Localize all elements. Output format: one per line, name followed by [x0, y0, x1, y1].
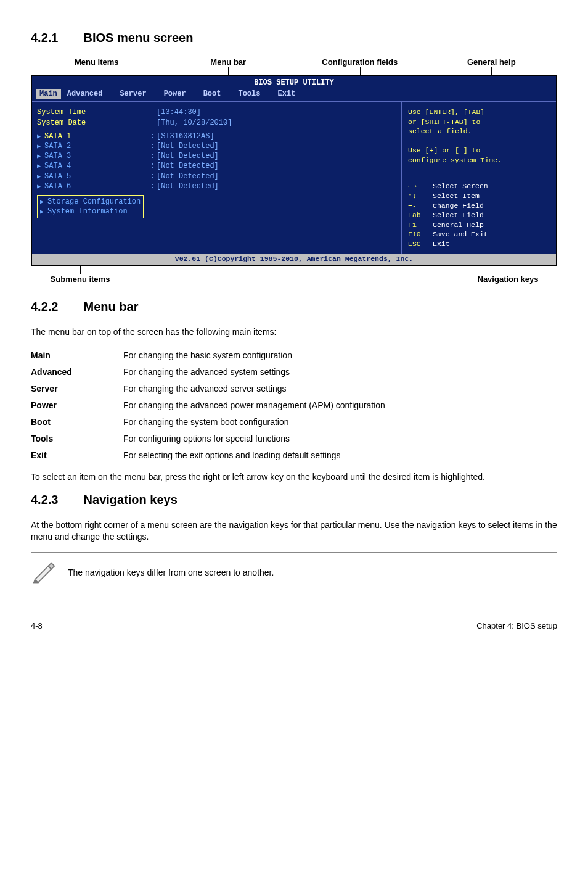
menu-description-table: MainFor changing the basic system config… — [31, 347, 557, 463]
section-number: 4.2.3 — [31, 493, 80, 507]
submenu-storage: Storage Configuration — [40, 197, 141, 207]
note-text: The navigation keys differ from one scre… — [68, 567, 274, 577]
page-footer: 4-8 Chapter 4: BIOS setup — [31, 617, 557, 630]
field-system-time: System Time [13:44:30] — [37, 107, 397, 117]
bios-menu-tools: Tools — [238, 89, 271, 99]
table-row: PowerFor changing the advanced power man… — [31, 397, 557, 414]
bios-menu-power: Power — [164, 89, 197, 99]
field-sata4: SATA 4 : [Not Detected] — [37, 161, 397, 171]
help-keys: ←→Select Screen ↑↓Select Item +-Change F… — [408, 181, 550, 249]
section-number: 4.2.2 — [31, 300, 80, 314]
chapter-label: Chapter 4: BIOS setup — [476, 621, 557, 630]
bios-menu-bar: Main Advanced Server Power Boot Tools Ex… — [32, 89, 556, 101]
table-row: BootFor changing the system boot configu… — [31, 414, 557, 431]
field-sata1: SATA 1 : [ST3160812AS] — [37, 131, 397, 141]
field-sata3: SATA 3 : [Not Detected] — [37, 151, 397, 161]
section-title: Navigation keys — [84, 493, 178, 506]
table-row: ServerFor changing the advanced server s… — [31, 381, 557, 397]
table-row: MainFor changing the basic system config… — [31, 347, 557, 364]
menubar-intro: The menu bar on top of the screen has th… — [31, 326, 557, 338]
menubar-outro: To select an item on the menu bar, press… — [31, 471, 557, 483]
table-row: ToolsFor configuring options for special… — [31, 431, 557, 447]
label-general-help: General help — [426, 57, 558, 67]
bios-menu-boot: Boot — [203, 89, 232, 99]
section-heading-422: 4.2.2 Menu bar — [31, 300, 557, 314]
bios-footer: v02.61 (C)Copyright 1985-2010, American … — [32, 254, 556, 265]
label-navigation-keys: Navigation keys — [459, 274, 557, 284]
label-submenu-items: Submenu items — [31, 274, 129, 284]
label-menu-items: Menu items — [31, 57, 163, 67]
table-row: AdvancedFor changing the advanced system… — [31, 364, 557, 381]
submenu-sysinfo: System Information — [40, 207, 141, 217]
upper-label-row: Menu items Menu bar Configuration fields… — [31, 57, 557, 67]
section-number: 4.2.1 — [31, 31, 80, 45]
field-system-date: System Date [Thu, 10/28/2010] — [37, 118, 397, 128]
bios-menu-main: Main — [36, 89, 61, 99]
pencil-icon — [31, 559, 55, 585]
field-sata6: SATA 6 : [Not Detected] — [37, 181, 397, 191]
upper-connectors — [31, 67, 557, 75]
label-config-fields: Configuration fields — [294, 57, 426, 67]
section-heading-421: 4.2.1 BIOS menu screen — [31, 31, 557, 45]
page-number: 4-8 — [31, 621, 43, 630]
field-sata5: SATA 5 : [Not Detected] — [37, 171, 397, 181]
section-title: BIOS menu screen — [84, 31, 194, 44]
bios-menu-advanced: Advanced — [67, 89, 114, 99]
lower-label-row: Submenu items Navigation keys — [31, 274, 557, 284]
submenu-box: Storage Configuration System Information — [37, 195, 144, 218]
bios-menu-server: Server — [120, 89, 157, 99]
table-row: ExitFor selecting the exit options and l… — [31, 447, 557, 464]
section-title: Menu bar — [84, 300, 139, 313]
note-callout: The navigation keys differ from one scre… — [31, 552, 557, 592]
bios-menu-exit: Exit — [277, 89, 306, 99]
bios-left-pane: System Time [13:44:30] System Date [Thu,… — [32, 102, 401, 254]
label-menu-bar: Menu bar — [163, 57, 295, 67]
navkeys-text: At the bottom right corner of a menu scr… — [31, 519, 557, 543]
field-sata2: SATA 2 : [Not Detected] — [37, 141, 397, 151]
bios-title: BIOS SETUP UTILITY — [32, 76, 556, 89]
section-heading-423: 4.2.3 Navigation keys — [31, 493, 557, 507]
help-text: Use [ENTER], [TAB] or [SHIFT-TAB] to sel… — [408, 107, 550, 165]
bios-screenshot: BIOS SETUP UTILITY Main Advanced Server … — [31, 75, 557, 266]
lower-connectors — [31, 266, 557, 274]
bios-help-pane: Use [ENTER], [TAB] or [SHIFT-TAB] to sel… — [401, 102, 556, 254]
